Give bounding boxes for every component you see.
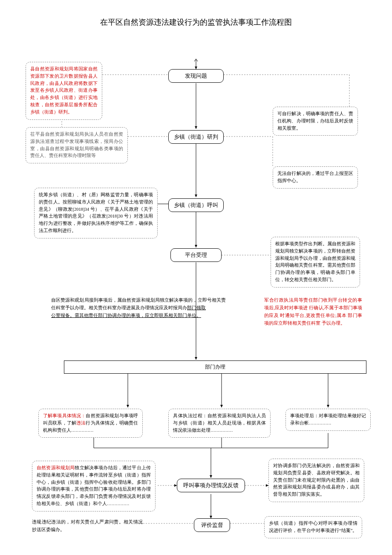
detail-left-b2: 违法 bbox=[76, 421, 86, 425]
note-feedback-right: 对协调多部门仍无法解决的，自然资源和规划局负责呈县委、县政府研究解决。相关责任部… bbox=[268, 459, 364, 502]
note-accept-right: 根据事项类型作出判断。属自然资源和规划局独立解决事项的，立即转自然资源和规划局予… bbox=[271, 237, 360, 288]
note-judge-right1: 可自行解决，明确事项的责任人、责任机构、办理时限，办结后及时反馈相关股室。 bbox=[273, 107, 358, 136]
node-call: 乡镇（街道）呼叫 bbox=[168, 198, 224, 212]
note-detail-right: 事项处理后：对事项处理结果做好记录和台帐…………… bbox=[285, 409, 371, 431]
text-dept-right-red: 军合行政执法局等责任部门收到平台转交的事项后,应及时对事项进 行确认,不属于本部… bbox=[264, 296, 362, 327]
node-feedback: 呼叫事项办理情况反馈 bbox=[177, 479, 245, 492]
note-top-left-red: 县自然资源和规划局将国家自然资源部下发的卫片数据报告县人民政府，由县人民政府将数… bbox=[26, 62, 102, 120]
note-detail-left: 了解事项具体情况：自然资源和规划与事项呼叫员联系，了解违法行为具体情况，明确责任… bbox=[38, 409, 143, 438]
page-title: 在平区自然资源违法建设行为的监管执法事项工作流程图 bbox=[0, 17, 392, 27]
text-dept-left-uline: 部门领取 bbox=[187, 305, 206, 310]
node-supervise: 评价监督 bbox=[194, 518, 230, 532]
node-dept-handle: 部门办理 bbox=[64, 360, 366, 374]
note-judge-right2: 无法自行解决的，通过平台上报至区指挥中心。 bbox=[273, 166, 358, 189]
node-judge: 乡镇（街道）研判 bbox=[168, 130, 224, 144]
text-dept-left-line2: 公室报备。需其他责任部门协调办理的事项，应立即联系相关部门单位。 bbox=[51, 313, 201, 318]
text-dept-left: 自区赞源和观划局接到事项后，属自然资源和规划局独立解决事项的，立即号相关责任科室… bbox=[51, 296, 226, 320]
feedback-left-body: 独立解决事项办结后，通过平台上传处理结果相关证明材料，事件流转至乡镇（街道）指挥… bbox=[37, 465, 151, 506]
note-supervise-left: 违规违纪违法的，对有关责任人严肃问责。相关情况抄送区委编办。 bbox=[32, 518, 143, 534]
feedback-left-title: 自然资源和规划局 bbox=[37, 465, 75, 470]
note-call-left: 统筹乡镇（街道）、村（居）网格监管力量，明确事项的责任人。按照聊城市人民政府《关… bbox=[34, 188, 158, 238]
node-accept: 平台受理 bbox=[170, 248, 222, 262]
detail-left-title: 了解事项具体情况： bbox=[43, 413, 86, 418]
note-supervise-right: 乡镇（街道）指挥中心对呼叫事项办理情况进行评价，在平台中对事项进行“结案”。 bbox=[264, 516, 362, 538]
note-mid-left-gray: 茌平县自然资源和规划局执法人员在自然资源执法巡查过程中发现事项线索，报局办公室，… bbox=[26, 127, 128, 163]
note-detail-mid: 具体执法过程：自然资源和规划局执法人员与乡镇（街道）相关人员赴现场，根据具体情况… bbox=[168, 409, 271, 438]
node-discover: 发现问题 bbox=[168, 69, 224, 83]
note-feedback-left: 自然资源和规划局独立解决事项办结后，通过平台上传处理结果相关证明材料，事件流转至… bbox=[32, 461, 156, 511]
